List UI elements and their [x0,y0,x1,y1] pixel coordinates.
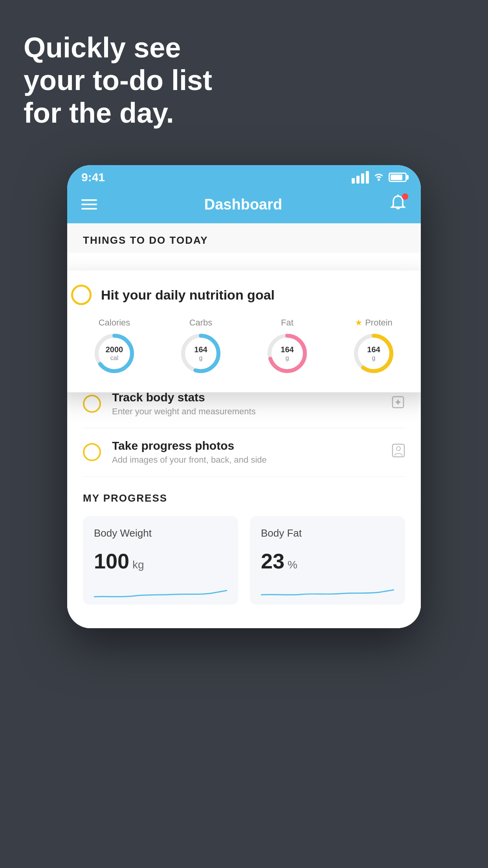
nutrition-check-circle [71,285,92,305]
notification-badge [402,193,408,200]
calories-item: Calories 2000 cal [93,318,136,375]
nutrition-circles: Calories 2000 cal Carbs [71,318,417,375]
menu-button[interactable] [81,199,97,210]
progress-cards: Body Weight 100 kg Body Fat [83,516,405,605]
phone-body: THINGS TO DO TODAY Hit your daily nutrit… [67,223,421,628]
progress-section-title: MY PROGRESS [83,492,405,504]
task-photos-subtitle: Add images of your front, back, and side [112,455,381,465]
fat-donut: 164 g [266,332,309,375]
svg-point-11 [396,447,400,451]
calories-value: 2000 cal [106,345,123,362]
protein-value: 164 g [367,345,380,362]
body-weight-value: 100 kg [94,549,227,573]
notification-button[interactable] [389,195,407,214]
protein-item: ★ Protein 164 g [352,318,395,375]
star-icon: ★ [355,318,363,328]
body-weight-chart [94,581,227,605]
progress-section: MY PROGRESS Body Weight 100 kg [67,476,421,628]
app-header: Dashboard [67,188,421,223]
status-bar: 9:41 [67,165,421,188]
header-title: Dashboard [204,196,282,213]
body-weight-label: Body Weight [94,527,227,539]
carbs-donut: 164 g [179,332,222,375]
task-bodystats-subtitle: Enter your weight and measurements [112,406,380,417]
carbs-value: 164 g [194,345,207,362]
hero-line1: Quickly see [24,31,212,64]
signal-icon [352,171,369,184]
task-photos-circle [83,443,101,461]
task-photos-title: Take progress photos [112,439,381,452]
task-bodystats-title: Track body stats [112,391,380,404]
protein-donut: 164 g [352,332,395,375]
body-fat-chart [261,581,394,605]
body-fat-value: 23 % [261,549,394,573]
status-icons [352,171,407,184]
task-bodystats-circle [83,395,101,413]
nutrition-card-header: Hit your daily nutrition goal [71,285,417,305]
task-photos-text: Take progress photos Add images of your … [112,439,381,465]
nutrition-card: Hit your daily nutrition goal Calories 2… [67,270,421,392]
hero-line3: for the day. [24,97,212,129]
calories-label: Calories [99,318,130,328]
carbs-label: Carbs [189,318,213,328]
fat-label: Fat [281,318,294,328]
status-time: 9:41 [81,171,105,184]
battery-icon [389,173,407,182]
scale-icon [391,395,405,412]
task-bodystats-text: Track body stats Enter your weight and m… [112,391,380,417]
nutrition-card-title: Hit your daily nutrition goal [101,287,275,303]
fat-item: Fat 164 g [266,318,309,375]
hero-text: Quickly see your to-do list for the day. [24,31,212,129]
task-progress-photos[interactable]: Take progress photos Add images of your … [83,428,405,476]
carbs-item: Carbs 164 g [179,318,222,375]
body-weight-card[interactable]: Body Weight 100 kg [83,516,238,605]
person-icon [392,443,405,461]
body-fat-card[interactable]: Body Fat 23 % [250,516,405,605]
calories-donut: 2000 cal [93,332,136,375]
phone-mockup: 9:41 Dashboard [67,165,421,628]
body-fat-label: Body Fat [261,527,394,539]
hero-line2: your to-do list [24,64,212,97]
protein-label: ★ Protein [355,318,393,328]
things-to-do-header: THINGS TO DO TODAY [67,223,421,253]
fat-value: 164 g [281,345,294,362]
wifi-icon [373,171,385,184]
